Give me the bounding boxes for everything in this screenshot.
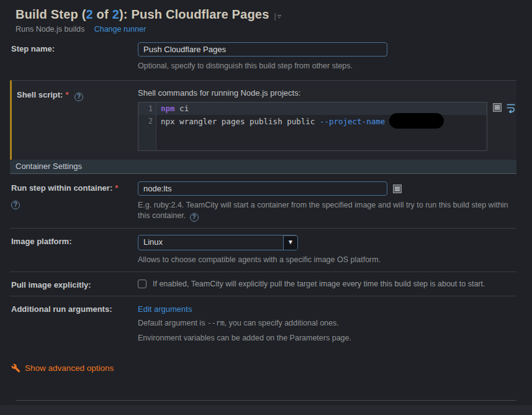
caret-bar: | <box>274 12 276 21</box>
page-title-text: Build Step ( <box>16 7 86 21</box>
image-platform-select[interactable]: Linux ▼ <box>138 235 298 250</box>
page-title-text: of <box>93 7 112 21</box>
required-asterisk: * <box>65 90 68 99</box>
run-within-field-area: E.g. ruby:2.4. TeamCity will start a con… <box>138 181 516 222</box>
show-advanced-options-label: Show advanced options <box>25 363 114 373</box>
step-name-input[interactable] <box>138 42 387 57</box>
editor-toolbar <box>493 102 516 113</box>
code-line: npx wrangler pages publish public --proj… <box>156 115 487 127</box>
shell-script-section: Shell script:* ? Shell commands for runn… <box>10 80 516 160</box>
run-arguments-field-area: Edit arguments Default argument is --rm,… <box>138 303 516 344</box>
runner-description: Runs Node.js builds <box>16 25 84 34</box>
step-name-field-area: Optional, specify to distinguish this bu… <box>138 42 516 71</box>
page-title-text: ): Push Cloudflare Pages <box>119 7 269 21</box>
chevron-down-icon: ▼ <box>287 239 294 245</box>
run-arguments-hint1: Default argument is --rm, you can specif… <box>138 318 516 329</box>
default-argument-code: --rm <box>207 319 225 327</box>
run-within-label: Run step within container:* ? <box>11 181 138 222</box>
run-within-label-text: Run step within container: <box>11 183 112 193</box>
wrench-icon <box>11 363 20 373</box>
help-icon[interactable]: ? <box>11 201 20 209</box>
code-token-plain: ci <box>175 104 189 113</box>
select-dropdown-button[interactable]: ▼ <box>283 235 297 250</box>
edit-arguments-link[interactable]: Edit arguments <box>138 304 192 314</box>
code-token-plain: npx wrangler pages publish public <box>161 117 320 126</box>
shell-script-field-area: Shell commands for running Node.js proje… <box>138 88 516 151</box>
line-number <box>138 140 156 151</box>
pull-image-hint: If enabled, TeamCity will explicitly pul… <box>153 280 485 288</box>
container-image-input[interactable] <box>138 181 387 196</box>
step-number-total: 2 <box>112 7 119 21</box>
code-line <box>156 127 487 140</box>
build-step-page: Build Step (2 of 2): Push Cloudflare Pag… <box>0 0 532 415</box>
step-name-row: Step name: Optional, specify to distingu… <box>0 36 516 78</box>
select-value: Linux <box>138 235 283 250</box>
editor-wrap: 1 npm ci 2 npx wrangler pages publish pu… <box>138 102 516 151</box>
line-number <box>138 127 156 140</box>
code-line <box>156 140 487 151</box>
editor-line: 2 npx wrangler pages publish public --pr… <box>138 115 487 127</box>
runner-subtitle: Runs Node.js builds Change runner <box>16 25 516 34</box>
step-number-current: 2 <box>86 7 93 21</box>
redacted-project-name <box>389 113 444 129</box>
step-name-hint: Optional, specify to distinguish this bu… <box>138 61 516 71</box>
shell-script-editor[interactable]: 1 npm ci 2 npx wrangler pages publish pu… <box>138 102 487 151</box>
bottom-strip <box>0 405 532 415</box>
shell-script-label: Shell script:* ? <box>17 88 138 151</box>
help-icon[interactable]: ? <box>190 213 199 222</box>
step-name-label: Step name: <box>11 42 138 71</box>
image-platform-row: Image platform: Linux ▼ Allows to choose… <box>0 229 516 271</box>
line-number: 1 <box>138 103 156 115</box>
pull-image-checkbox[interactable] <box>138 280 147 288</box>
run-arguments-label: Additional run arguments: <box>11 303 138 344</box>
parameters-list-icon[interactable] <box>393 185 402 193</box>
help-icon[interactable]: ? <box>74 93 83 101</box>
image-platform-field-area: Linux ▼ Allows to choose compatible agen… <box>138 235 516 265</box>
container-input-wrap <box>138 181 516 196</box>
run-arguments-hint2: Environment variables can be added on th… <box>138 333 516 344</box>
shell-script-label-text: Shell script: <box>17 90 63 99</box>
chevron-down-icon: ▿ <box>277 12 281 21</box>
hint-text: , you can specify additional ones. <box>225 319 339 327</box>
code-token-keyword: npm <box>161 104 175 113</box>
run-within-container-row: Run step within container:* ? E.g. ruby:… <box>0 174 516 228</box>
title-dropdown-icon[interactable]: |▿ <box>274 12 281 21</box>
editor-title: Shell commands for running Node.js proje… <box>138 88 516 98</box>
show-advanced-options[interactable]: Show advanced options <box>11 363 516 373</box>
hint-text: Default argument is <box>138 319 207 327</box>
pull-image-row: Pull image explicitly: If enabled, TeamC… <box>0 272 516 296</box>
code-token-flag: --project-name <box>320 117 385 126</box>
image-platform-label: Image platform: <box>11 235 138 265</box>
container-settings-header: Container Settings <box>10 160 516 174</box>
page-header: Build Step (2 of 2): Push Cloudflare Pag… <box>0 0 532 34</box>
container-hint: E.g. ruby:2.4. TeamCity will start a con… <box>138 200 516 222</box>
soft-wrap-icon[interactable] <box>506 103 516 113</box>
line-number: 2 <box>138 115 156 127</box>
parameters-list-icon[interactable] <box>493 103 502 113</box>
change-runner-link[interactable]: Change runner <box>94 25 146 34</box>
run-arguments-row: Additional run arguments: Edit arguments… <box>0 296 516 350</box>
page-title: Build Step (2 of 2): Push Cloudflare Pag… <box>16 7 516 22</box>
section-title: Container Settings <box>16 162 82 171</box>
required-asterisk: * <box>115 183 118 193</box>
editor-line-empty <box>138 140 487 151</box>
pull-image-field-area: If enabled, TeamCity will explicitly pul… <box>138 278 516 290</box>
editor-line-empty <box>138 127 487 140</box>
pull-image-label: Pull image explicitly: <box>11 278 138 290</box>
image-platform-hint: Allows to choose compatible agents with … <box>138 255 516 265</box>
